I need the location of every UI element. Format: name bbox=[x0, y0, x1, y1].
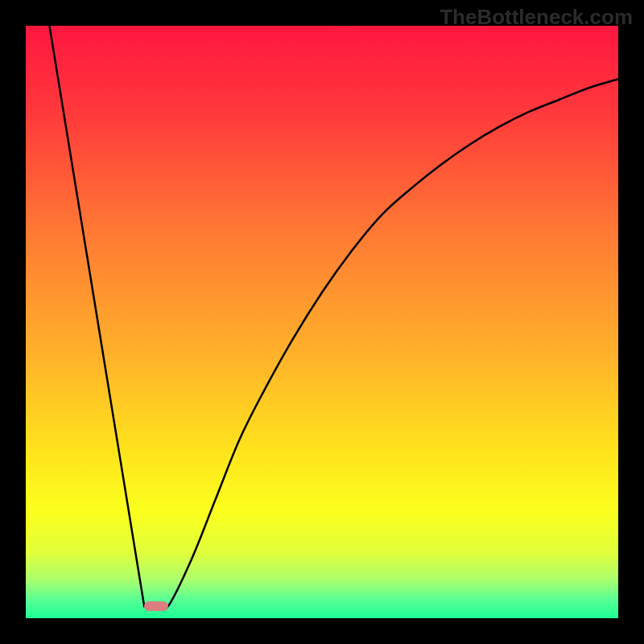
plot-svg bbox=[26, 26, 618, 618]
minimum-marker bbox=[144, 601, 168, 611]
gradient-background bbox=[26, 26, 618, 618]
watermark-text: TheBottleneck.com bbox=[440, 5, 633, 30]
plot-area bbox=[26, 26, 618, 618]
chart-frame: TheBottleneck.com bbox=[0, 0, 644, 644]
